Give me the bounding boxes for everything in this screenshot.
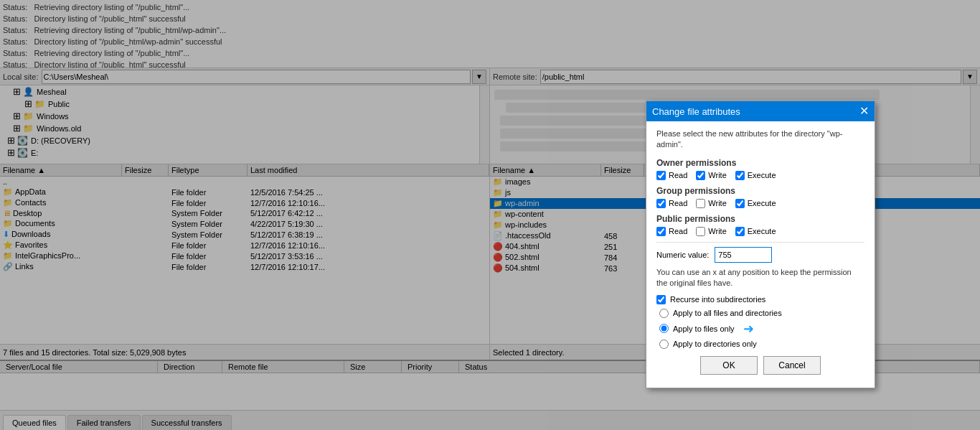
modal-close-button[interactable]: ✕ [859,106,869,117]
group-read-input[interactable] [656,199,666,208]
numeric-value-input[interactable] [715,247,772,263]
owner-read-checkbox[interactable]: Read [656,171,687,180]
change-file-attributes-dialog: Change file attributes ✕ Please select t… [646,101,875,388]
public-execute-input[interactable] [735,227,745,236]
group-permissions-group: Read Write Execute [656,199,864,208]
group-write-checkbox[interactable]: Write [696,199,726,208]
owner-write-input[interactable] [696,171,705,180]
owner-read-input[interactable] [656,171,666,180]
modal-title: Change file attributes [652,106,740,117]
apply-files-radio[interactable]: Apply to files only ➜ [659,321,864,337]
modal-title-bar: Change file attributes ✕ [646,101,875,121]
owner-write-checkbox[interactable]: Write [696,171,726,180]
apply-dirs-input[interactable] [659,340,669,349]
owner-execute-checkbox[interactable]: Execute [735,171,776,180]
recurse-checkbox[interactable]: Recurse into subdirectories [656,295,864,304]
modal-description: Please select the new attributes for the… [656,128,864,151]
public-read-input[interactable] [656,227,666,236]
numeric-row: Numeric value: [656,247,864,263]
apply-files-input[interactable] [659,324,669,333]
cancel-button[interactable]: Cancel [763,356,821,375]
owner-permissions-group: Read Write Execute [656,171,864,180]
owner-execute-input[interactable] [735,171,745,180]
apply-options-group: Apply to all files and directories Apply… [656,309,864,349]
modal-body: Please select the new attributes for the… [646,121,875,388]
recurse-input[interactable] [656,295,666,304]
modal-divider [656,242,864,243]
group-execute-input[interactable] [735,199,745,208]
public-write-input[interactable] [696,227,705,236]
public-permissions-title: Public permissions [656,214,864,224]
group-execute-checkbox[interactable]: Execute [735,199,776,208]
modal-buttons: OK Cancel [656,356,864,380]
group-permissions-title: Group permissions [656,186,864,196]
numeric-label: Numeric value: [656,251,709,259]
modal-note: You can use an x at any position to keep… [656,267,864,289]
public-read-checkbox[interactable]: Read [656,227,687,236]
arrow-indicator: ➜ [743,321,754,337]
ok-button[interactable]: OK [700,356,758,375]
public-write-checkbox[interactable]: Write [696,227,726,236]
modal-overlay: Change file attributes ✕ Please select t… [0,0,980,430]
owner-permissions-title: Owner permissions [656,158,864,168]
apply-all-input[interactable] [659,309,669,318]
group-read-checkbox[interactable]: Read [656,199,687,208]
apply-dirs-radio[interactable]: Apply to directories only [659,340,864,349]
apply-all-radio[interactable]: Apply to all files and directories [659,309,864,318]
public-execute-checkbox[interactable]: Execute [735,227,776,236]
public-permissions-group: Read Write Execute [656,227,864,236]
group-write-input[interactable] [696,199,705,208]
